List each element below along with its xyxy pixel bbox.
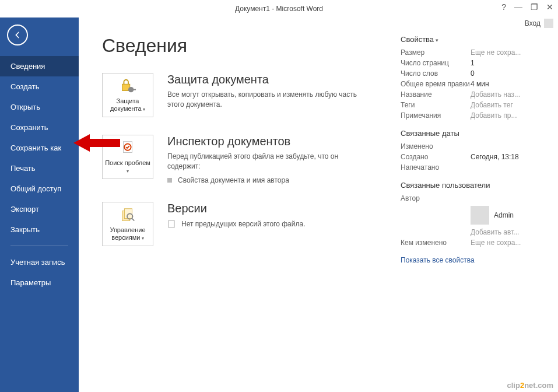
versions-tile-label: Управление версиями — [105, 226, 150, 241]
prop-comments-value[interactable]: Добавить пр... — [471, 111, 535, 120]
prop-comments-label: Примечания — [401, 111, 471, 120]
watermark: clip2net.com — [507, 381, 553, 390]
inspect-bullet: Свойства документа и имя автора — [167, 176, 383, 184]
sidebar-item-account[interactable]: Учетная запись — [0, 252, 79, 272]
sidebar-item-export[interactable]: Экспорт — [0, 199, 79, 219]
annotation-arrow-icon — [73, 133, 120, 153]
bullet-icon — [167, 178, 172, 183]
prop-pages-value: 1 — [471, 59, 535, 67]
protect-tile-label: Защита документа — [105, 97, 150, 112]
close-icon[interactable]: ✕ — [546, 2, 553, 12]
back-button[interactable] — [7, 24, 28, 46]
sidebar-item-info[interactable]: Сведения — [0, 56, 79, 76]
prop-size-value: Еще не сохра... — [471, 48, 535, 57]
svg-rect-2 — [132, 89, 136, 90]
lock-key-icon — [119, 78, 136, 95]
date-created-label: Создано — [401, 153, 471, 161]
prop-edittime-value: 4 мин — [471, 80, 535, 88]
versions-desc: Нет предыдущих версий этого файла. — [181, 220, 306, 228]
versions-title: Версии — [167, 202, 383, 215]
protect-document-button[interactable]: Защита документа — [102, 73, 153, 117]
sidebar-item-share[interactable]: Общий доступ — [0, 178, 79, 199]
date-created-value: Сегодня, 13:18 — [471, 153, 535, 161]
date-modified-value — [471, 142, 535, 150]
prop-words-value: 0 — [471, 69, 535, 78]
author-avatar-icon — [471, 206, 489, 225]
properties-panel: Свойства РазмерЕще не сохра... Число стр… — [401, 35, 535, 380]
svg-marker-10 — [73, 134, 120, 152]
changed-by-label: Кем изменено — [401, 239, 471, 247]
inspect-tile-label: Поиск проблем — [105, 159, 150, 174]
prop-tags-value[interactable]: Добавить тег — [471, 101, 535, 109]
svg-line-8 — [132, 219, 135, 221]
properties-dropdown[interactable]: Свойства — [401, 35, 535, 44]
manage-versions-button[interactable]: Управление версиями — [102, 202, 153, 246]
inspect-title: Инспектор документов — [167, 135, 383, 148]
author-name: Admin — [494, 211, 514, 219]
arrow-left-icon — [12, 30, 23, 40]
sidebar-item-print[interactable]: Печать — [0, 158, 79, 178]
minimize-icon[interactable]: — — [514, 2, 522, 12]
related-users-heading: Связанные пользователи — [401, 181, 535, 190]
prop-words-label: Число слов — [401, 69, 471, 78]
restore-icon[interactable]: ❐ — [531, 2, 538, 12]
sidebar-item-options[interactable]: Параметры — [0, 272, 79, 293]
window-title: Документ1 - Microsoft Word — [235, 5, 323, 13]
help-icon[interactable]: ? — [501, 2, 506, 12]
date-printed-value — [471, 163, 535, 172]
prop-pages-label: Число страниц — [401, 59, 471, 67]
documents-stack-icon — [119, 206, 136, 224]
author-label: Автор — [401, 194, 471, 202]
protect-title: Защита документа — [167, 73, 383, 86]
sidebar-separator — [10, 246, 68, 246]
versions-row: Нет предыдущих версий этого файла. — [167, 220, 383, 228]
add-author-link[interactable]: Добавить авт... — [471, 228, 535, 236]
inspect-bullet-text: Свойства документа и имя автора — [178, 176, 289, 184]
date-printed-label: Напечатано — [401, 163, 471, 172]
inspect-desc: Перед публикацией этого файла не забудьт… — [167, 152, 366, 172]
sidebar-item-new[interactable]: Создать — [0, 76, 79, 97]
changed-by-value: Еще не сохра... — [471, 239, 535, 247]
sidebar-item-open[interactable]: Открыть — [0, 97, 79, 117]
show-all-properties-link[interactable]: Показать все свойства — [401, 256, 475, 264]
prop-size-label: Размер — [401, 48, 471, 57]
protect-desc: Все могут открывать, копировать и изменя… — [167, 90, 366, 110]
titlebar: Документ1 - Microsoft Word ? — ❐ ✕ — [0, 0, 558, 18]
date-modified-label: Изменено — [401, 142, 471, 150]
document-icon — [167, 220, 176, 228]
page-title: Сведения — [102, 35, 383, 57]
sidebar-item-close[interactable]: Закрыть — [0, 219, 79, 240]
svg-rect-9 — [169, 220, 174, 228]
prop-tags-label: Теги — [401, 101, 471, 109]
sidebar-item-save-as[interactable]: Сохранить как — [0, 138, 79, 158]
sidebar-item-save[interactable]: Сохранить — [0, 117, 79, 138]
prop-title-label: Название — [401, 90, 471, 99]
related-dates-heading: Связанные даты — [401, 129, 535, 138]
document-check-icon — [119, 139, 136, 157]
prop-edittime-label: Общее время правки — [401, 80, 471, 88]
prop-title-value[interactable]: Добавить наз... — [471, 90, 535, 99]
sidebar: Сведения Создать Открыть Сохранить Сохра… — [0, 18, 79, 392]
